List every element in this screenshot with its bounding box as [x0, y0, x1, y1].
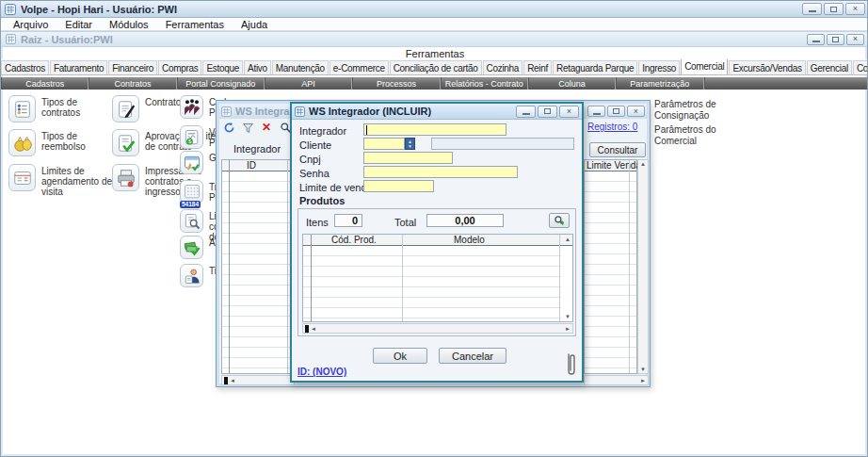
search-product-button[interactable] [549, 213, 570, 228]
tab-ingresso[interactable]: Ingresso [638, 60, 680, 74]
integrador-grid[interactable]: ID [221, 159, 295, 374]
filter-icon[interactable] [241, 121, 254, 134]
limite-venda-grid[interactable]: Limite Venda [584, 159, 637, 374]
search-product-icon [554, 215, 565, 226]
refresh-icon[interactable] [222, 121, 235, 134]
cancelar-button[interactable]: Cancelar [439, 348, 506, 364]
menu-arquivo[interactable]: Arquivo [5, 19, 56, 30]
tab-manutencao[interactable]: Manutenção [272, 60, 329, 74]
section-header: Ferramentas [1, 48, 868, 59]
cliente-spinner[interactable]: ▲▼ [405, 138, 415, 150]
tab-cadastros[interactable]: Cadastros [1, 60, 49, 74]
subtab-relatorios-contrato[interactable]: Relatórios - Contrato [441, 77, 528, 90]
produtos-hscrollbar[interactable]: ◄ ► [302, 323, 573, 334]
tab-ativo[interactable]: Ativo [244, 60, 271, 74]
subtab-filler [704, 77, 868, 90]
dialog-maximize-button[interactable] [538, 106, 557, 118]
person-document-icon [180, 264, 203, 287]
money-check-icon [180, 236, 203, 259]
tab-conciliacao[interactable]: Conciliação de cartão [390, 60, 482, 74]
subtab-coluna[interactable]: Coluna [528, 77, 616, 90]
mdi-close-button[interactable]: × [846, 34, 864, 45]
scroll-right-icon[interactable]: ► [640, 378, 646, 384]
turnstile-grid-icon: 54184 [180, 180, 203, 204]
integrador-input[interactable] [363, 123, 506, 136]
contract-check-icon [112, 129, 139, 156]
menu-bar: Arquivo Editar Módulos Ferramentas Ajuda [1, 18, 868, 31]
mdi-maximize-button[interactable] [827, 34, 844, 45]
registros-link[interactable]: Registros: 0 [587, 122, 637, 132]
produtos-scroll-left-icon[interactable]: ◄ [311, 326, 316, 332]
tab-compras[interactable]: Compras [158, 60, 201, 74]
produtos-hscroll-thumb[interactable] [305, 325, 309, 333]
hscroll-thumb[interactable] [224, 377, 228, 384]
tab-ecommerce[interactable]: e-Commerce [330, 60, 389, 74]
paperclip-icon[interactable] [565, 351, 576, 382]
tab-gerencial[interactable]: Gerencial [807, 60, 852, 74]
senha-input[interactable] [363, 166, 518, 178]
ok-button[interactable]: Ok [373, 348, 427, 364]
document-magnifier-icon [180, 209, 203, 233]
subtab-contratos[interactable]: Contratos [88, 77, 176, 90]
shortcut-parametros-comercial[interactable]: Parâmetros do Comercial [654, 124, 744, 147]
scroll-left-icon[interactable]: ◄ [230, 378, 235, 384]
close-button[interactable]: × [845, 3, 865, 15]
tab-reinf[interactable]: Reinf [523, 60, 552, 74]
limite-venda-input[interactable] [363, 180, 434, 192]
tab-faturamento[interactable]: Faturamento [50, 60, 107, 74]
shortcut-limites-agendamento[interactable]: Limites de agendamento de visita [8, 164, 117, 197]
list-close-button[interactable]: × [627, 106, 645, 117]
text-caret [366, 125, 367, 135]
tab-financeiro[interactable]: Financeiro [108, 60, 157, 74]
ws-integrador-incluir-dialog: WS Integrador (INCLUIR) × Integrador Cli… [290, 102, 584, 383]
mdi-minimize-button[interactable] [807, 34, 825, 45]
dialog-close-button[interactable]: × [559, 106, 579, 118]
money-bags-icon [8, 129, 36, 156]
limite-hscrollbar[interactable]: ► [584, 375, 649, 385]
list-maximize-button[interactable] [607, 106, 625, 117]
subtab-api[interactable]: API [265, 77, 352, 90]
minimize-button[interactable] [802, 3, 822, 15]
menu-ferramentas[interactable]: Ferramentas [157, 19, 233, 30]
limite-vscrollbar[interactable]: ▲ ▼ [637, 159, 649, 374]
scroll-down-icon[interactable]: ▼ [640, 367, 646, 372]
app-logo-icon [5, 4, 16, 15]
produtos-scroll-right-icon[interactable]: ► [565, 326, 571, 332]
tab-retaguarda[interactable]: Retaguarda Parque [553, 60, 637, 74]
mdi-titlebar: Raiz - Usuário:PWI × [1, 31, 868, 47]
cnpj-input[interactable] [363, 152, 453, 164]
integrador-label: Integrador [299, 125, 346, 137]
shortcut-parametros-consignacao[interactable]: Parâmetros de Consignação [654, 99, 744, 122]
shortcut-tipos-de-reembolso[interactable]: Tipos de reembolso [8, 129, 117, 156]
menu-ajuda[interactable]: Ajuda [233, 19, 276, 30]
cliente-label: Cliente [299, 139, 331, 151]
subtab-processos[interactable]: Processos [352, 77, 440, 90]
id-novo-link[interactable]: ID: (NOVO) [297, 367, 346, 377]
subtab-cadastros[interactable]: Cadastros [1, 77, 88, 90]
menu-modulos[interactable]: Módulos [101, 19, 157, 30]
tab-cortesia[interactable]: Cortesia [853, 60, 868, 74]
produtos-scroll-up-icon[interactable]: ▲ [565, 237, 571, 242]
consultar-button[interactable]: Consultar [589, 142, 646, 157]
subtab-portal-consignado[interactable]: Portal Consignado [177, 77, 265, 90]
restore-button[interactable] [824, 3, 844, 15]
dialog-minimize-button[interactable] [516, 106, 536, 118]
cliente-name-field [431, 138, 574, 150]
tab-comercial-selected[interactable]: Comercial [681, 59, 728, 74]
tab-estoque[interactable]: Estoque [202, 60, 243, 74]
document-dollar-icon: $ [180, 125, 203, 149]
integrador-hscrollbar[interactable]: ◄ [221, 375, 295, 385]
menu-editar[interactable]: Editar [56, 19, 101, 30]
cliente-code-input[interactable] [363, 138, 405, 150]
shortcut-tipos-de-contratos[interactable]: Tipos de contratos [8, 95, 117, 122]
produtos-grid[interactable]: Cód. Prod. Modelo ▲ ▼ [302, 234, 573, 322]
clear-filter-icon[interactable]: ✕ [260, 121, 273, 134]
subtab-parametrizacao[interactable]: Parametrização [616, 77, 703, 90]
produtos-scroll-down-icon[interactable]: ▼ [565, 314, 571, 319]
tab-excursao[interactable]: Excursão/Vendas [729, 60, 805, 74]
scroll-up-icon[interactable]: ▲ [640, 161, 646, 167]
tab-cozinha[interactable]: Cozinha [483, 60, 523, 74]
total-value: 0,00 [426, 214, 504, 227]
list-minimize-button[interactable] [587, 106, 605, 117]
id-column-header: ID [222, 160, 294, 171]
